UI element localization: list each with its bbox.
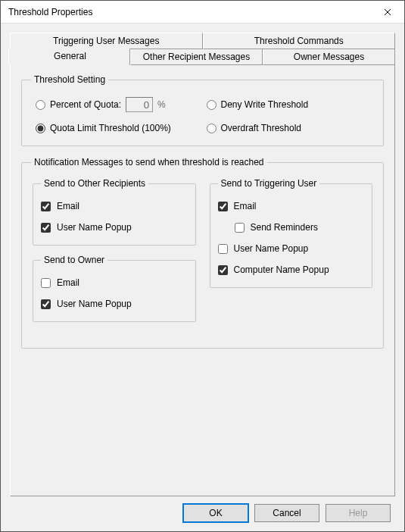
owner-legend: Send to Owner (41, 255, 107, 265)
triggering-user-group: Send to Triggering User Email Send Remin… (210, 178, 373, 288)
other-email-label: Email (57, 201, 79, 211)
threshold-setting-group: Threshold Setting Percent of Quota: % De… (21, 74, 384, 146)
trig-username-checkbox[interactable] (218, 244, 228, 254)
threshold-setting-legend: Threshold Setting (31, 74, 108, 85)
notif-right-col: Send to Triggering User Email Send Remin… (210, 178, 373, 297)
close-icon (384, 8, 391, 16)
owner-email-checkbox[interactable] (41, 278, 51, 288)
radio-quota-limit[interactable]: Quota Limit Threshold (100%) (36, 123, 199, 133)
owner-username-label: User Name Popup (57, 299, 132, 309)
trig-username-label: User Name Popup (234, 243, 309, 254)
tab-threshold-commands[interactable]: Threshold Commands (203, 33, 396, 49)
tab-page-general: Threshold Setting Percent of Quota: % De… (10, 65, 395, 496)
radio-quota-limit-input[interactable] (36, 124, 45, 133)
cancel-button[interactable]: Cancel (254, 504, 319, 522)
owner-username-checkbox[interactable] (41, 299, 51, 309)
radio-percent-label: Percent of Quota: (50, 99, 121, 110)
tab-triggering-user-messages[interactable]: Triggering User Messages (10, 33, 203, 49)
trig-email-label: Email (234, 201, 257, 211)
radio-overdraft-input[interactable] (207, 124, 217, 133)
notifications-legend: Notification Messages to send when thres… (31, 157, 267, 167)
other-email-checkbox[interactable] (41, 202, 51, 211)
dialog-button-row: OK Cancel Help (10, 496, 395, 525)
close-button[interactable] (371, 1, 404, 23)
owner-email[interactable]: Email (41, 277, 188, 288)
client-area: Triggering User Messages Threshold Comma… (1, 23, 404, 531)
radio-deny-write[interactable]: Deny Write Threshold (207, 97, 370, 112)
triggering-user-legend: Send to Triggering User (218, 178, 320, 189)
owner-group: Send to Owner Email User Name Popup (33, 255, 196, 322)
trig-send-reminders[interactable]: Send Reminders (235, 222, 365, 233)
radio-overdraft[interactable]: Overdraft Threshold (207, 123, 370, 133)
radio-overdraft-label: Overdraft Threshold (221, 123, 302, 133)
radio-deny-write-label: Deny Write Threshold (221, 99, 309, 110)
radio-deny-write-input[interactable] (207, 100, 217, 110)
other-recipients-legend: Send to Other Recipients (41, 178, 148, 189)
help-button[interactable]: Help (326, 504, 391, 522)
other-username-label: User Name Popup (57, 222, 132, 233)
trig-username-popup[interactable]: User Name Popup (218, 243, 365, 254)
owner-username-popup[interactable]: User Name Popup (41, 299, 188, 309)
other-username-checkbox[interactable] (41, 223, 51, 233)
radio-percent-of-quota[interactable]: Percent of Quota: % (36, 97, 199, 112)
notif-left-col: Send to Other Recipients Email User Name… (33, 178, 196, 331)
radio-quota-limit-label: Quota Limit Threshold (100%) (50, 123, 171, 133)
tab-general[interactable]: General (8, 49, 130, 65)
window-title: Threshold Properties (8, 7, 92, 17)
trig-reminders-checkbox[interactable] (235, 223, 245, 233)
titlebar: Threshold Properties (1, 1, 404, 23)
trig-computername-label: Computer Name Popup (234, 264, 329, 275)
ok-button[interactable]: OK (183, 504, 248, 522)
percent-of-quota-field (126, 97, 153, 112)
trig-computername-popup[interactable]: Computer Name Popup (218, 264, 365, 275)
other-email[interactable]: Email (41, 201, 188, 211)
owner-email-label: Email (57, 277, 79, 288)
other-username-popup[interactable]: User Name Popup (41, 222, 188, 233)
trig-reminders-label: Send Reminders (251, 222, 318, 233)
percent-suffix: % (157, 99, 166, 110)
tab-strip: Triggering User Messages Threshold Comma… (10, 33, 395, 65)
trig-computername-checkbox[interactable] (218, 265, 228, 275)
radio-percent-of-quota-input[interactable] (36, 100, 45, 110)
trig-email[interactable]: Email (218, 201, 365, 211)
other-recipients-group: Send to Other Recipients Email User Name… (33, 178, 196, 246)
trig-email-checkbox[interactable] (218, 202, 228, 211)
tab-owner-messages[interactable]: Owner Messages (263, 49, 395, 65)
tab-other-recipient-messages[interactable]: Other Recipient Messages (130, 49, 263, 65)
notifications-group: Notification Messages to send when thres… (21, 157, 384, 349)
